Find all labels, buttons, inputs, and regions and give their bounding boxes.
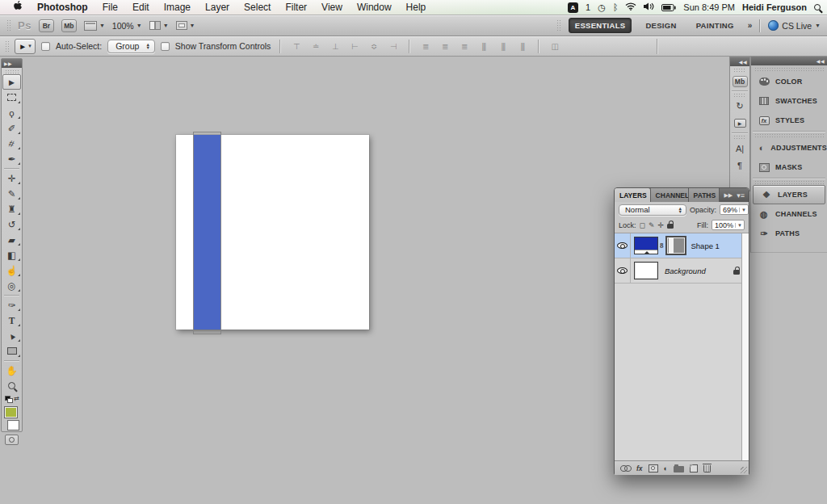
layers-scrollbar[interactable]: [741, 233, 749, 460]
brush-tool[interactable]: ✎: [2, 186, 22, 201]
hand-tool[interactable]: ✋: [2, 363, 22, 378]
pen-tool[interactable]: ✑: [2, 297, 22, 313]
visibility-toggle[interactable]: [615, 233, 631, 258]
workspace-painting[interactable]: PAINTING: [691, 19, 740, 32]
distribute-top-edges-button[interactable]: ≣: [418, 42, 432, 51]
collapse-chevrons-icon[interactable]: ▶▶: [724, 192, 733, 199]
path-selection-tool[interactable]: ▲: [2, 328, 22, 343]
menu-edit[interactable]: Edit: [125, 2, 157, 13]
wifi-icon[interactable]: [625, 2, 636, 12]
tab-paths[interactable]: PATHS: [689, 188, 720, 202]
fill-field[interactable]: 100%▼: [712, 220, 745, 230]
blend-mode-dropdown[interactable]: Normal ▲▼: [619, 204, 686, 216]
spotlight-search-icon[interactable]: [814, 4, 821, 10]
auto-select-checkbox[interactable]: [41, 42, 50, 51]
arrange-documents-button[interactable]: ▼: [149, 21, 169, 30]
launch-bridge-button[interactable]: Br: [39, 19, 54, 32]
menu-file[interactable]: File: [95, 2, 125, 13]
smudge-tool[interactable]: ☝: [2, 262, 22, 278]
layer-row-shape1[interactable]: 8 Shape 1: [615, 233, 749, 258]
tab-channels[interactable]: CHANNELS: [651, 188, 689, 202]
move-tool[interactable]: ►: [2, 74, 21, 90]
clone-stamp-tool[interactable]: ♜: [2, 201, 22, 216]
bluetooth-icon[interactable]: ᛒ: [613, 2, 619, 12]
zoom-tool[interactable]: [2, 378, 22, 393]
vector-mask-thumbnail[interactable]: [665, 236, 686, 255]
lock-all-icon[interactable]: [667, 224, 674, 229]
align-top-edges-button[interactable]: ⊤: [289, 42, 303, 51]
align-left-edges-button[interactable]: ⊢: [347, 42, 361, 51]
tools-panel-grip[interactable]: [5, 69, 19, 74]
history-panel-button[interactable]: ↻: [730, 98, 749, 115]
quick-mask-mode-button[interactable]: [5, 435, 19, 445]
align-horizontal-centers-button[interactable]: ≎: [367, 42, 380, 51]
paragraph-panel-button[interactable]: ¶: [730, 157, 749, 174]
tab-layers[interactable]: LAYERS: [615, 188, 651, 202]
panel-resize-grip[interactable]: [741, 467, 747, 473]
workspace-overflow-button[interactable]: »: [748, 21, 752, 30]
tools-panel-header[interactable]: ▶▶: [2, 59, 22, 68]
auto-select-dropdown[interactable]: Group ▲▼: [107, 40, 155, 53]
workspace-essentials[interactable]: ESSENTIALS: [569, 18, 632, 33]
menu-filter[interactable]: Filter: [278, 2, 314, 13]
lasso-tool[interactable]: ϙ: [2, 105, 22, 120]
add-layer-mask-button[interactable]: [649, 464, 658, 472]
move-tool-preset-button[interactable]: ►▾: [15, 39, 36, 54]
paths-panel-button[interactable]: ✑PATHS: [751, 224, 827, 243]
new-layer-button[interactable]: [690, 464, 698, 472]
auto-align-layers-button[interactable]: ◫: [548, 42, 561, 51]
dock-grip[interactable]: [754, 180, 824, 184]
channels-panel-button[interactable]: ◍CHANNELS: [751, 204, 827, 224]
menu-select[interactable]: Select: [237, 2, 278, 13]
distribute-vertical-centers-button[interactable]: ≣: [438, 42, 451, 51]
menu-help[interactable]: Help: [399, 2, 434, 13]
color-panel-button[interactable]: COLOR: [751, 72, 827, 91]
user-menu[interactable]: Heidi Ferguson: [742, 2, 807, 12]
menu-photoshop[interactable]: Photoshop: [30, 2, 95, 13]
layer-row-background[interactable]: Background: [615, 258, 749, 284]
screen-mode-button[interactable]: ▼: [176, 21, 195, 30]
input-menu-icon[interactable]: A: [568, 2, 578, 13]
rectangle-tool[interactable]: [2, 343, 22, 359]
dock-grip[interactable]: [733, 68, 746, 72]
layer-name[interactable]: Shape 1: [691, 242, 720, 250]
workspace-design[interactable]: DESIGN: [640, 19, 682, 32]
delete-layer-button[interactable]: [703, 465, 711, 472]
styles-panel-button[interactable]: fxSTYLES: [751, 111, 827, 130]
quick-selection-tool[interactable]: ✐: [2, 120, 22, 136]
zoom-level-button[interactable]: 100%▼: [112, 21, 142, 31]
dock-grip[interactable]: [733, 93, 746, 97]
cs-live-button[interactable]: CS Live ▼: [768, 20, 821, 31]
align-right-edges-button[interactable]: ⊣: [386, 42, 400, 51]
dock-header[interactable]: ◀◀: [751, 57, 827, 65]
apple-menu-icon[interactable]: [6, 1, 30, 14]
menu-layer[interactable]: Layer: [198, 2, 237, 13]
crop-tool[interactable]: #: [2, 136, 22, 151]
gradient-tool[interactable]: ◧: [2, 247, 22, 262]
rectangular-marquee-tool[interactable]: [2, 90, 22, 105]
visibility-toggle[interactable]: [615, 258, 631, 283]
spot-healing-brush-tool[interactable]: ✛: [2, 170, 22, 186]
lock-transparency-icon[interactable]: ◻: [640, 221, 645, 229]
dodge-tool[interactable]: ◎: [2, 278, 22, 293]
align-vertical-centers-button[interactable]: ≐: [309, 42, 322, 51]
volume-icon[interactable]: [644, 2, 654, 12]
default-colors-control[interactable]: ⇄: [4, 395, 19, 405]
background-color-swatch[interactable]: [7, 420, 19, 430]
character-panel-button[interactable]: A|: [730, 140, 749, 157]
layers-panel-button[interactable]: ❖LAYERS: [753, 185, 825, 204]
mini-bridge-panel-button[interactable]: Mb: [730, 73, 749, 90]
options-grip[interactable]: [5, 40, 9, 52]
swatches-panel-button[interactable]: SWATCHES: [751, 91, 827, 111]
distribute-left-edges-button[interactable]: |||: [476, 42, 490, 51]
layer-style-button[interactable]: fx: [636, 464, 643, 472]
adjustments-panel-button[interactable]: ◐ADJUSTMENTS: [751, 138, 827, 158]
opacity-field[interactable]: 69%▼: [720, 204, 749, 215]
workspace-grip[interactable]: [556, 19, 560, 32]
history-brush-tool[interactable]: ↺: [2, 216, 22, 232]
fill-layer-thumbnail[interactable]: [634, 237, 658, 254]
panel-menu-icon[interactable]: ▾≡: [737, 191, 745, 200]
battery-icon[interactable]: [661, 4, 676, 11]
dock-header[interactable]: ◀◀: [730, 57, 749, 66]
layer-name[interactable]: Background: [665, 267, 706, 275]
